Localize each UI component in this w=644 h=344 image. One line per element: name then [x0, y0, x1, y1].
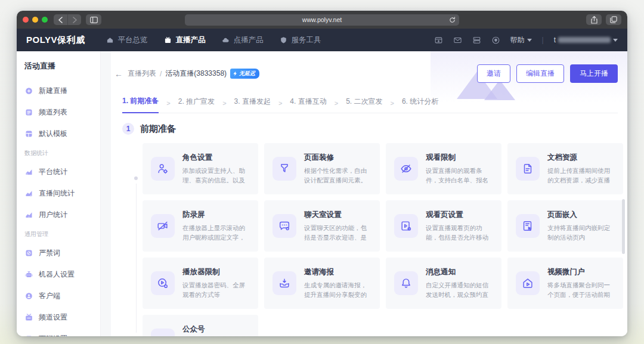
chevron-down-icon: [613, 39, 618, 42]
watch-page-icon: [394, 214, 418, 238]
user-account-menu[interactable]: t: [554, 36, 618, 44]
list-icon: [24, 108, 33, 117]
decorate-icon: [273, 157, 296, 181]
sidebar-item-room-stats[interactable]: 直播间统计: [24, 187, 100, 199]
card-page-embed[interactable]: 页面嵌入支持将直播间内嵌到定制的活动页内: [507, 200, 623, 252]
card-video-portal[interactable]: 视频微门户将多场直播聚合到同一个页面，便于活动前期的宣发...: [507, 258, 623, 309]
card-invite-poster[interactable]: 邀请海报生成专属的邀请海报，提升直播间分享裂变的效果: [264, 258, 380, 309]
url-bar[interactable]: www.polyv.net: [185, 14, 459, 26]
nav-item-live-products[interactable]: 直播产品: [164, 35, 205, 45]
card-document-resources[interactable]: 文档资源提前上传直播期间使用的文档资源，减少直播中的失...: [507, 143, 623, 194]
nav-item-vod-products[interactable]: 点播产品: [222, 35, 263, 45]
tv-icon: [164, 36, 172, 44]
tab-launch[interactable]: 3. 直播发起: [234, 97, 271, 113]
card-official-account[interactable]: 公众号适用于直播间引流至公众号或客服，沉淀用户至私域...: [143, 315, 258, 336]
browser-window: www.polyv.net POLYV保利威 平台总览 直播产品: [17, 11, 627, 336]
sidebar-item-client[interactable]: 客户端: [24, 290, 100, 302]
workorder-button[interactable]: [434, 36, 443, 45]
blurred-username: [558, 37, 611, 43]
card-chatroom-settings[interactable]: 聊天室设置设置聊天区的功能，包括是否显示欢迎语、是否支持...: [264, 200, 380, 252]
edit-live-button[interactable]: 编辑直播: [516, 64, 564, 83]
tab-interaction[interactable]: 4. 直播互动: [290, 97, 326, 113]
nav-item-service-tools[interactable]: 服务工具: [280, 35, 321, 45]
close-window-button[interactable]: [23, 17, 29, 23]
sidebar-item-user-stats[interactable]: 用户统计: [24, 209, 100, 221]
sidebar-group-data-stats: 数据统计: [24, 149, 100, 157]
card-page-decoration[interactable]: 页面装修根据个性化需求，自由设计配置直播间元素。支持自...: [264, 143, 380, 194]
tab-secondary-promo[interactable]: 5. 二次宣发: [346, 97, 382, 113]
sidebar-item-banned-words[interactable]: 严禁词: [24, 247, 100, 259]
section-title: 前期准备: [140, 123, 176, 135]
template-icon: [24, 129, 33, 138]
sidebar-title: 活动直播: [24, 61, 100, 72]
chevron-right-icon: >: [335, 100, 338, 113]
console-button[interactable]: [472, 36, 481, 45]
account-security-button[interactable]: [491, 36, 500, 45]
card-role-settings[interactable]: 角色设置添加或设置主持人、助理、嘉宾的信息。以及新增助...: [143, 143, 258, 194]
sidebar-item-robot-settings[interactable]: 机器人设置: [24, 268, 100, 280]
archive-icon: [434, 36, 443, 45]
invite-button[interactable]: 邀请: [477, 64, 510, 83]
sidebar-group-general-admin: 通用管理: [24, 230, 100, 238]
polyv-logo[interactable]: POLYV保利威: [26, 35, 85, 46]
breadcrumb-parent[interactable]: 直播列表: [128, 69, 156, 79]
card-anti-screen-record[interactable]: 防录屏在播放器上显示滚动的用户昵称或固定文字，达到防...: [143, 200, 258, 252]
help-menu[interactable]: 帮助: [510, 35, 532, 45]
home-play-icon: [516, 271, 540, 295]
traffic-lights: [23, 17, 48, 23]
document-icon: [516, 157, 540, 181]
security-circle-icon: [491, 36, 500, 45]
chevron-right-icon: >: [166, 100, 170, 113]
tab-statistics[interactable]: 6. 统计分析: [402, 97, 438, 113]
timeline-line: [136, 184, 137, 333]
navbar-right: 帮助 | t: [434, 35, 618, 45]
content-scrollbar[interactable]: [622, 199, 625, 254]
reload-icon: [449, 17, 456, 23]
eye-off-icon: [394, 157, 418, 181]
sidebar-item-footer-settings[interactable]: 页脚设置: [24, 333, 100, 336]
sidebar-item-channel-list[interactable]: 频道列表: [24, 106, 100, 118]
stage-tabs: 1. 前期准备 > 2. 推广宣发 > 3. 直播发起 > 4. 直播互动 > …: [122, 96, 618, 113]
card-view-restriction[interactable]: 观看限制设置直播间的观看条件，支持白名单、报名观看、验...: [386, 143, 501, 194]
wechat-icon: [151, 328, 175, 336]
minimize-window-button[interactable]: [32, 17, 38, 23]
sidebar-toggle-button[interactable]: [86, 14, 101, 25]
sidebar-item-channel-settings[interactable]: 频道设置: [24, 311, 100, 323]
card-message-notification[interactable]: 消息通知自定义开播通知的短信发送时机，观众预约直播后，...: [386, 258, 501, 309]
sidebar: 活动直播 新建直播 频道列表 默认模板 数据统计 平台统计 直播间统计: [17, 51, 100, 336]
nav-item-platform-overview[interactable]: 平台总览: [106, 35, 147, 45]
message-button[interactable]: [453, 36, 462, 45]
robot-icon: [24, 270, 33, 279]
section-number: 1: [122, 123, 134, 135]
chevron-right-icon: >: [390, 100, 394, 113]
back-arrow-icon[interactable]: ←: [114, 69, 123, 79]
maximize-window-button[interactable]: [42, 17, 48, 23]
card-watch-page-settings[interactable]: 观看页设置设置直播观看页的功能，包括是否允许移动端观看等: [386, 200, 501, 252]
sidebar-item-default-template[interactable]: 默认模板: [24, 128, 100, 140]
reload-button[interactable]: [449, 17, 456, 23]
action-buttons: 邀请 编辑直播 马上开播: [477, 64, 618, 83]
browser-forward-button[interactable]: [67, 14, 81, 25]
footer-icon: [24, 334, 33, 337]
share-button[interactable]: [586, 14, 602, 25]
card-player-restriction[interactable]: 播放器限制设置播放器密码、全屏观看的方式等: [143, 258, 258, 309]
chat-settings-icon: [273, 214, 296, 238]
forbidden-icon: [24, 249, 33, 258]
rocket-icon: [233, 71, 238, 76]
chevron-right-icon: [72, 17, 78, 23]
tab-preparation[interactable]: 1. 前期准备: [122, 96, 159, 113]
sidebar-item-new-live[interactable]: 新建直播: [24, 85, 100, 97]
chevron-right-icon: >: [222, 100, 226, 113]
browser-chrome: www.polyv.net: [17, 11, 627, 29]
browser-back-button[interactable]: [54, 14, 67, 25]
start-live-button[interactable]: 马上开播: [570, 64, 618, 83]
tab-promotion[interactable]: 2. 推广宣发: [178, 97, 215, 113]
breadcrumb-current: 活动直播(3833358): [165, 69, 227, 79]
tabs-overview-button[interactable]: [606, 14, 621, 25]
tv-settings-icon: [24, 313, 33, 322]
sidebar-icon: [90, 17, 98, 23]
plus-circle-icon: [24, 86, 33, 95]
sidebar-item-platform-stats[interactable]: 平台统计: [24, 166, 100, 178]
chart-icon: [24, 168, 33, 176]
breadcrumb-row: ← 直播列表 / 活动直播(3833358) 无延迟 邀请 编辑直播 马上开播: [114, 64, 627, 83]
